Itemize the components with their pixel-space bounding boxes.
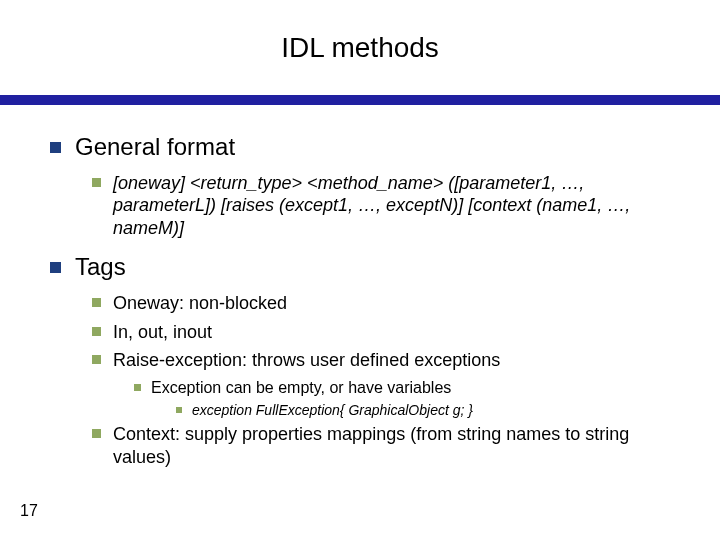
list-item: Oneway: non-blocked <box>92 292 680 315</box>
square-bullet-icon <box>92 298 101 307</box>
list-item-text: Raise-exception: throws user defined exc… <box>113 349 500 372</box>
list-item: [oneway] <return_type> <method_name> ([p… <box>92 172 680 240</box>
list-item-text: Oneway: non-blocked <box>113 292 287 315</box>
list-item-text: Exception can be empty, or have variable… <box>151 378 451 398</box>
page-number: 17 <box>20 502 38 520</box>
section-tags: Tags Oneway: non-blocked In, out, inout … <box>50 253 680 468</box>
square-bullet-icon <box>92 327 101 336</box>
section-general-format: General format [oneway] <return_type> <m… <box>50 133 680 239</box>
list-item: Context: supply properties mappings (fro… <box>92 423 680 468</box>
section-heading: Tags <box>75 253 126 282</box>
square-bullet-icon <box>92 178 101 187</box>
list-item-text: exception FullException{ GraphicalObject… <box>192 402 473 420</box>
list-item: Exception can be empty, or have variable… <box>134 378 680 398</box>
square-bullet-icon <box>176 407 182 413</box>
square-bullet-icon <box>50 262 61 273</box>
square-bullet-icon <box>92 429 101 438</box>
slide-content: General format [oneway] <return_type> <m… <box>0 105 720 468</box>
list-item-text: Context: supply properties mappings (fro… <box>113 423 680 468</box>
section-heading: General format <box>75 133 235 162</box>
square-bullet-icon <box>50 142 61 153</box>
square-bullet-icon <box>92 355 101 364</box>
title-band: IDL methods <box>0 0 720 95</box>
divider-band <box>0 95 720 105</box>
list-item-text: [oneway] <return_type> <method_name> ([p… <box>113 172 680 240</box>
slide-title: IDL methods <box>281 32 439 64</box>
square-bullet-icon <box>134 384 141 391</box>
list-item: exception FullException{ GraphicalObject… <box>176 402 680 420</box>
list-item-text: In, out, inout <box>113 321 212 344</box>
list-item: Raise-exception: throws user defined exc… <box>92 349 680 372</box>
list-item: In, out, inout <box>92 321 680 344</box>
